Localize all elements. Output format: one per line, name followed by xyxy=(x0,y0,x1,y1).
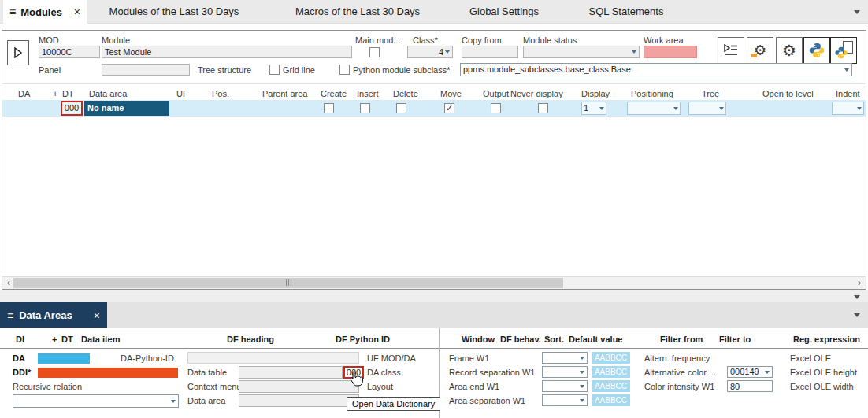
da-python-id-field[interactable] xyxy=(187,352,359,364)
frame-w1-select[interactable] xyxy=(542,352,588,364)
panel-splitter[interactable] xyxy=(0,290,868,302)
tab-data-areas[interactable]: ≡ Data Areas × xyxy=(0,302,107,328)
horizontal-scrollbar[interactable]: ‹ › xyxy=(2,276,866,289)
mod-field[interactable]: 10000C xyxy=(39,46,100,58)
column-header-positioning: Positioning xyxy=(631,89,673,98)
never-display-checkbox[interactable] xyxy=(538,103,548,113)
create-checkbox[interactable] xyxy=(324,103,334,113)
column-header-df-behav: DF behav. xyxy=(500,335,541,344)
scroll-left-button[interactable]: ‹ xyxy=(4,277,13,289)
chevron-down-icon xyxy=(580,357,584,360)
main-module-checkbox[interactable] xyxy=(369,47,380,57)
output-checkbox[interactable] xyxy=(491,103,501,113)
tab-modules-last-30-days[interactable]: Modules of the Last 30 Days xyxy=(99,0,249,24)
record-separation-w1-color-sample[interactable]: AABBCC xyxy=(592,366,630,378)
tree-select[interactable] xyxy=(688,102,726,115)
python-button[interactable] xyxy=(803,37,830,64)
alternative-color-select[interactable]: 000149 xyxy=(727,366,773,378)
grid-line-checkbox[interactable] xyxy=(269,65,280,75)
column-header-never-display: Never display xyxy=(510,89,563,98)
class-label: Class* xyxy=(413,35,438,46)
column-header-filter-to: Filter to xyxy=(719,335,751,344)
column-header-indent: Indent xyxy=(836,89,860,98)
table-row[interactable]: 000 No name ✓ 1 xyxy=(2,100,866,117)
insert-checkbox[interactable] xyxy=(360,103,370,113)
gear-wrench-icon: ⚙ xyxy=(754,43,766,57)
chevron-down-icon xyxy=(580,371,584,374)
chevron-down-icon[interactable] xyxy=(854,295,860,299)
data-items-header-row: DI + DT Data item DF heading DF Python I… xyxy=(0,328,868,349)
frame-w1-color-sample[interactable]: AABBCC xyxy=(592,352,630,364)
ddi-field[interactable] xyxy=(38,368,178,378)
tab-modules[interactable]: ≡ Modules × xyxy=(3,0,87,24)
tab-modules-label: Modules xyxy=(20,6,62,18)
run-module-button[interactable] xyxy=(7,40,29,65)
area-separation-w1-select[interactable] xyxy=(542,394,588,406)
excel-ole-height-label: Excel OLE height xyxy=(790,368,857,378)
positioning-select[interactable] xyxy=(627,102,681,115)
display-select[interactable]: 1 xyxy=(581,102,606,115)
add-row-button[interactable]: + xyxy=(53,89,57,98)
column-header-data-item: Data item xyxy=(81,335,121,344)
module-list-run-button[interactable] xyxy=(718,37,744,64)
dt-cell[interactable]: 000 xyxy=(61,101,83,116)
recursive-relation-select[interactable] xyxy=(13,394,179,408)
add-item-button[interactable]: + xyxy=(52,335,57,344)
chevron-down-icon[interactable] xyxy=(854,313,860,317)
record-separation-w1-select[interactable] xyxy=(542,366,588,378)
altern-frequency-label: Altern. frequency xyxy=(644,353,710,364)
column-header-display: Display xyxy=(581,89,610,98)
data-area-name-cell[interactable]: No name xyxy=(84,101,169,116)
data-table-field[interactable] xyxy=(239,366,343,379)
module-status-select[interactable] xyxy=(523,46,640,58)
column-header-da: DA xyxy=(18,89,30,98)
data-area-label: Data area xyxy=(187,396,225,406)
da-class-label: DA class xyxy=(367,368,401,378)
da-field[interactable] xyxy=(38,353,90,364)
color-intensity-w1-field[interactable]: 80 xyxy=(727,380,773,392)
menu-icon[interactable]: ≡ xyxy=(9,6,16,18)
column-header-df-heading: DF heading xyxy=(227,335,274,344)
chevron-down-icon[interactable] xyxy=(854,10,860,14)
module-field[interactable]: Test Module xyxy=(102,46,352,58)
work-area-field[interactable] xyxy=(644,46,697,58)
area-end-w1-select[interactable] xyxy=(542,380,588,392)
python-subclass-checkbox[interactable] xyxy=(339,65,350,75)
module-label: Module xyxy=(102,35,130,46)
tab-macros-last-30-days[interactable]: Macros of the Last 30 Days xyxy=(282,0,433,24)
tab-global-settings[interactable]: Global Settings xyxy=(458,0,550,24)
area-separation-w1-color-sample[interactable]: AABBCC xyxy=(592,394,630,406)
panel-label: Panel xyxy=(39,65,61,76)
chevron-down-icon xyxy=(632,50,636,54)
close-icon[interactable]: × xyxy=(74,6,80,18)
python-subclass-select[interactable]: ppms.module_subclasses.base_class.Base xyxy=(460,63,852,76)
indent-select[interactable] xyxy=(832,102,864,115)
chevron-down-icon xyxy=(719,107,724,110)
tab-sql-statements[interactable]: SQL Statements xyxy=(577,0,676,24)
column-header-uf: UF xyxy=(176,89,188,98)
data-table-label: Data table xyxy=(187,368,227,378)
delete-checkbox[interactable] xyxy=(396,103,406,113)
toolbar-separator xyxy=(2,83,866,84)
scrollbar-thumb[interactable] xyxy=(13,278,563,288)
customizer-settings-button[interactable]: ⚙ xyxy=(747,37,773,64)
da-python-id-label: DA-Python-ID xyxy=(121,353,174,364)
data-area-field[interactable] xyxy=(239,394,359,407)
panel-field[interactable] xyxy=(102,64,190,76)
scroll-right-button[interactable]: › xyxy=(855,277,864,289)
color-intensity-w1-label: Color intensity W1 xyxy=(644,382,714,392)
column-header-tree: Tree xyxy=(702,89,719,98)
menu-icon[interactable]: ≡ xyxy=(7,309,13,322)
area-end-w1-color-sample[interactable]: AABBCC xyxy=(592,380,630,392)
area-separation-w1-label: Area separation W1 xyxy=(449,396,525,406)
copy-from-field[interactable] xyxy=(462,46,518,58)
move-checkbox[interactable]: ✓ xyxy=(444,103,454,113)
play-icon xyxy=(13,47,23,58)
context-menu-field[interactable] xyxy=(239,380,359,393)
class-select[interactable]: 4 xyxy=(407,46,453,58)
close-icon[interactable]: × xyxy=(94,309,100,322)
chevron-down-icon xyxy=(580,399,584,402)
settings-button[interactable]: ⚙ xyxy=(776,37,803,64)
chevron-down-icon xyxy=(844,68,849,72)
python-module-button[interactable] xyxy=(830,37,857,64)
